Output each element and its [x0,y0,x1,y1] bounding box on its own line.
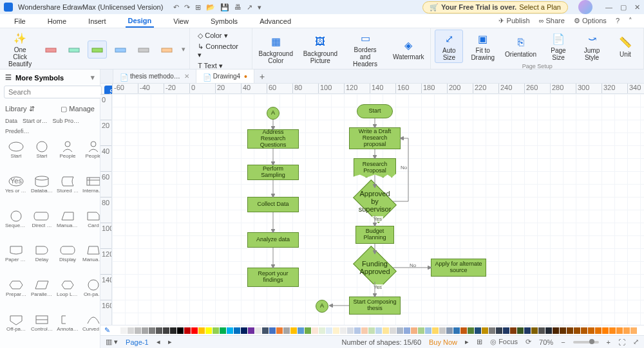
page-indicator[interactable]: Page-1 [126,338,148,346]
color-swatch[interactable] [234,327,240,334]
shape-stencil[interactable]: Start [30,139,54,172]
borders-headers[interactable]: ▭Borders and Headers [345,30,385,69]
next-page-icon[interactable]: ▸ [168,338,172,346]
theme-preset-3[interactable] [88,41,107,59]
focus-mode[interactable]: ◎ Focus [490,338,518,346]
color-swatch[interactable] [269,327,276,334]
color-swatch[interactable] [340,327,346,334]
color-swatch[interactable] [453,327,460,334]
color-swatch[interactable] [517,327,524,334]
color-swatch[interactable] [227,327,233,334]
shape-category[interactable]: Sub Pro… [52,117,81,125]
color-swatch[interactable] [553,327,559,334]
color-swatch[interactable] [560,327,566,334]
color-swatch[interactable] [184,327,191,334]
drawing-page[interactable]: A Address Research Questions Perform Sam… [112,94,644,325]
color-swatch[interactable] [290,327,297,334]
color-swatch[interactable] [120,327,127,334]
shape-stencil[interactable]: Prepar… [4,277,28,311]
shape-stencil[interactable]: Start [4,139,28,172]
library-toggle[interactable]: Library ⇵ [5,105,35,113]
minimize-button[interactable]: — [605,3,612,12]
menu-view[interactable]: View [171,15,191,27]
color-swatch[interactable] [460,327,467,334]
close-button[interactable]: ✕ [634,3,640,12]
theme-preset-5[interactable] [134,41,153,59]
color-swatch[interactable] [326,327,332,334]
color-swatch[interactable] [198,327,205,334]
shape-stencil[interactable]: Paper T… [4,243,28,276]
shape-stencil[interactable]: Loop Li… [55,277,80,311]
shapes-panel-header[interactable]: ☰ More Symbols ▾ [0,69,100,86]
shape-stencil[interactable]: Display [55,243,80,276]
background-color[interactable]: ▦Background Color [256,33,296,66]
theme-preset-6[interactable] [157,41,176,59]
color-swatch[interactable] [361,327,368,334]
zoom-in[interactable]: + [607,338,611,346]
color-swatch[interactable] [581,327,587,334]
color-swatch[interactable] [482,327,488,334]
color-swatch[interactable] [276,327,283,334]
color-swatch[interactable] [489,327,495,334]
color-swatch[interactable] [283,327,290,334]
color-swatch[interactable] [588,327,594,334]
color-swatch[interactable] [319,327,325,334]
zoom-slider[interactable] [573,341,599,343]
color-swatch[interactable] [418,327,424,334]
pages-menu-icon[interactable]: ▥ ▾ [106,338,118,346]
color-swatch[interactable] [439,327,446,334]
collapse-ribbon-icon[interactable]: ˄ [629,17,632,25]
theme-preset-4[interactable] [111,41,130,59]
menu-symbols[interactable]: Symbols [208,15,240,27]
auto-size[interactable]: ⤢Auto Size [435,30,463,63]
export-icon[interactable]: ↗ [247,3,252,12]
color-swatch[interactable] [425,327,431,334]
menu-home[interactable]: Home [45,15,69,27]
color-swatch[interactable] [446,327,453,334]
color-swatch[interactable] [262,327,269,334]
color-swatch[interactable] [312,327,318,334]
color-swatch[interactable] [390,327,396,334]
doc-tab-thesis[interactable]: 📄 thesis methodo… ✕ [113,69,196,83]
shape-stencil[interactable]: Card [81,208,100,242]
color-swatch[interactable] [496,327,502,334]
color-swatch[interactable] [248,327,254,334]
open-icon[interactable]: 📂 [206,3,215,12]
shape-stencil[interactable]: YesYes or No [4,174,28,207]
shape-stencil[interactable]: Delay [30,243,54,276]
color-swatch[interactable] [531,327,538,334]
shape-category[interactable]: Predefi… [4,127,31,135]
zoom-level[interactable]: 70% [539,338,553,346]
manage-library[interactable]: ▢ Manage [61,105,95,113]
color-swatch[interactable] [375,327,382,334]
color-swatch[interactable] [191,327,198,334]
color-swatch[interactable] [368,327,375,334]
palette-icon[interactable]: ✎ [104,326,110,334]
shape-stencil[interactable]: Stored … [55,174,80,207]
color-swatch[interactable] [142,327,148,334]
fullscreen-icon[interactable]: ⤢ [633,338,639,346]
color-swatch[interactable] [595,327,601,334]
color-swatch[interactable] [503,327,509,334]
jump-style[interactable]: ⤻Jump Style [578,30,606,62]
redo-icon[interactable]: ↷ [184,3,190,12]
color-swatch[interactable] [411,327,417,334]
one-click-beautify[interactable]: ✨ One Click Beautify [4,30,36,69]
zoom-out[interactable]: − [561,338,565,346]
color-swatch[interactable] [113,327,120,334]
color-swatch[interactable] [156,327,162,334]
qat-more-icon[interactable]: ▾ [258,3,261,12]
shape-stencil[interactable]: Curved… [81,312,100,345]
page-size[interactable]: 📄Page Size [544,30,573,62]
color-swatch[interactable] [241,327,247,334]
menu-insert[interactable]: Insert [86,15,109,27]
shape-stencil[interactable]: Control… [30,312,54,345]
prev-page-icon[interactable]: ◂ [156,338,160,346]
orientation[interactable]: ⎘Orientation [502,34,539,59]
shape-search-input[interactable] [4,86,102,98]
theme-gallery-more-icon[interactable]: ▾ [182,45,185,53]
color-swatch[interactable] [135,327,141,334]
shape-category[interactable]: Data [4,117,19,125]
color-dropdown[interactable]: ◇ Color ▾ [195,31,247,41]
color-swatch[interactable] [609,327,616,334]
